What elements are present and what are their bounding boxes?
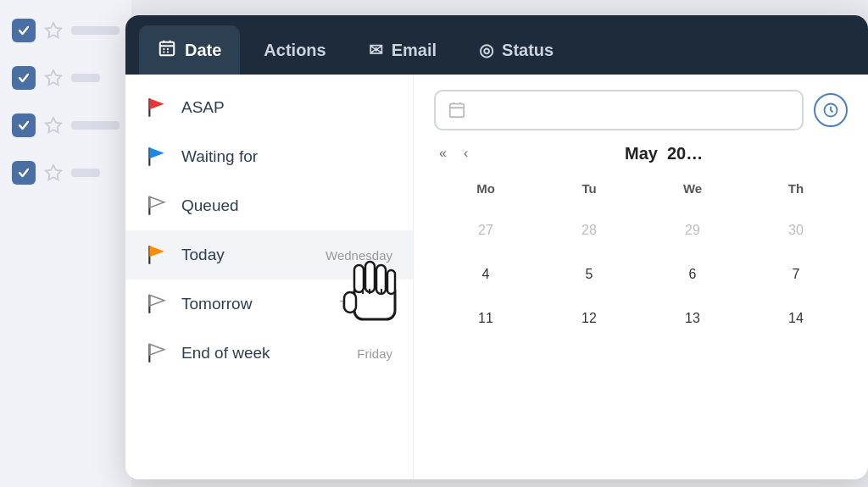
tab-status[interactable]: ◎ Status — [460, 25, 572, 75]
list-item-1 — [0, 8, 131, 53]
tab-status-label: Status — [502, 41, 554, 60]
list-line-1 — [71, 26, 120, 35]
calendar-input-icon — [448, 101, 466, 119]
cal-cell-7[interactable]: 7 — [744, 260, 848, 289]
star-icon-1 — [44, 21, 63, 40]
checkbox-2[interactable] — [12, 66, 36, 90]
cal-cell-30[interactable]: 30 — [744, 216, 848, 245]
menu-item-tomorrow[interactable]: Tomorrow Thursday — [125, 279, 413, 329]
main-popup: Date Actions ✉ Email ◎ Status ASAP — [125, 15, 868, 479]
cal-cell-12[interactable]: 12 — [537, 304, 641, 333]
svg-rect-19 — [450, 104, 465, 118]
menu-item-today[interactable]: Today Wednesday — [125, 230, 413, 279]
cal-cell-13[interactable]: 13 — [641, 304, 744, 333]
menu-item-tomorrow-label: Tomorrow — [181, 295, 326, 313]
menu-item-queued-label: Queued — [181, 196, 392, 215]
calendar-day-headers: Mo Tu We Th — [434, 176, 848, 201]
prev-year-button[interactable]: « — [434, 142, 452, 164]
clock-button[interactable] — [814, 93, 848, 127]
list-item-4 — [0, 151, 131, 195]
menu-item-today-day: Wednesday — [326, 248, 392, 263]
cal-cell-28[interactable]: 28 — [537, 216, 641, 245]
calendar-row-1: 4 5 6 7 — [434, 260, 848, 289]
list-item-2 — [0, 56, 131, 100]
email-icon: ✉ — [369, 40, 383, 60]
list-line-4 — [71, 169, 100, 177]
background-list — [0, 0, 131, 487]
calendar-row-0: 27 28 29 30 — [434, 216, 848, 245]
list-line-3 — [71, 121, 120, 130]
star-icon-2 — [44, 69, 63, 87]
flag-tomorrow-icon — [146, 293, 168, 315]
menu-item-asap-label: ASAP — [181, 98, 392, 117]
cal-header-mo: Mo — [434, 176, 537, 201]
checkbox-3[interactable] — [12, 113, 36, 137]
menu-item-asap[interactable]: ASAP — [125, 83, 413, 132]
tab-date-label: Date — [185, 41, 221, 60]
tab-date[interactable]: Date — [139, 25, 240, 75]
menu-item-endofweek-label: End of week — [181, 344, 343, 362]
cal-header-we: We — [641, 176, 744, 201]
list-line-2 — [71, 74, 100, 82]
menu-item-tomorrow-day: Thursday — [339, 297, 392, 312]
calendar-nav: « ‹ May 20… — [434, 142, 848, 164]
menu-item-waiting[interactable]: Waiting for — [125, 132, 413, 181]
tab-actions-label: Actions — [264, 41, 326, 60]
cal-cell-11[interactable]: 11 — [434, 304, 537, 333]
menu-item-queued[interactable]: Queued — [125, 181, 413, 230]
status-icon: ◎ — [479, 40, 493, 60]
date-icon — [158, 39, 176, 62]
cal-cell-6[interactable]: 6 — [641, 260, 744, 289]
flag-today-icon — [146, 244, 168, 266]
menu-item-endofweek-day: Friday — [357, 346, 392, 361]
menu-item-endofweek[interactable]: End of week Friday — [125, 329, 413, 378]
cal-header-th: Th — [744, 176, 848, 201]
calendar-row-2: 11 12 13 14 — [434, 304, 848, 333]
date-input-row — [434, 90, 848, 130]
tab-email[interactable]: ✉ Email — [350, 25, 455, 75]
menu-item-waiting-label: Waiting for — [181, 147, 392, 166]
checkbox-1[interactable] — [12, 19, 36, 42]
calendar-month-year: May 20… — [480, 144, 848, 163]
flag-endofweek-icon — [146, 342, 168, 364]
cal-header-tu: Tu — [537, 176, 641, 201]
list-item-3 — [0, 103, 131, 147]
dropdown-menu: ASAP Waiting for Queued — [125, 75, 414, 479]
content-area: ASAP Waiting for Queued — [125, 75, 868, 479]
tab-email-label: Email — [392, 41, 437, 60]
tab-actions[interactable]: Actions — [245, 25, 344, 75]
star-icon-4 — [44, 163, 63, 182]
cal-cell-4[interactable]: 4 — [434, 260, 537, 289]
tab-bar: Date Actions ✉ Email ◎ Status — [125, 15, 868, 75]
flag-asap-icon — [146, 97, 168, 119]
prev-month-button[interactable]: ‹ — [459, 142, 473, 164]
svg-marker-2 — [46, 118, 61, 132]
svg-marker-1 — [46, 70, 61, 85]
calendar-month: May — [625, 144, 658, 163]
clock-icon — [822, 102, 839, 119]
date-input[interactable] — [434, 90, 804, 130]
cal-cell-14[interactable]: 14 — [744, 304, 848, 333]
checkbox-4[interactable] — [12, 161, 36, 185]
flag-waiting-icon — [146, 146, 168, 168]
svg-marker-3 — [46, 165, 61, 180]
cal-cell-5[interactable]: 5 — [537, 260, 641, 289]
cal-cell-27[interactable]: 27 — [434, 216, 537, 245]
star-icon-3 — [44, 116, 63, 135]
svg-marker-0 — [46, 23, 61, 37]
calendar-year: 20 — [667, 144, 686, 163]
flag-queued-icon — [146, 195, 168, 217]
menu-item-today-label: Today — [181, 246, 312, 264]
cal-cell-29[interactable]: 29 — [641, 216, 744, 245]
calendar-panel: « ‹ May 20… Mo Tu We Th 27 28 29 30 — [414, 75, 868, 479]
